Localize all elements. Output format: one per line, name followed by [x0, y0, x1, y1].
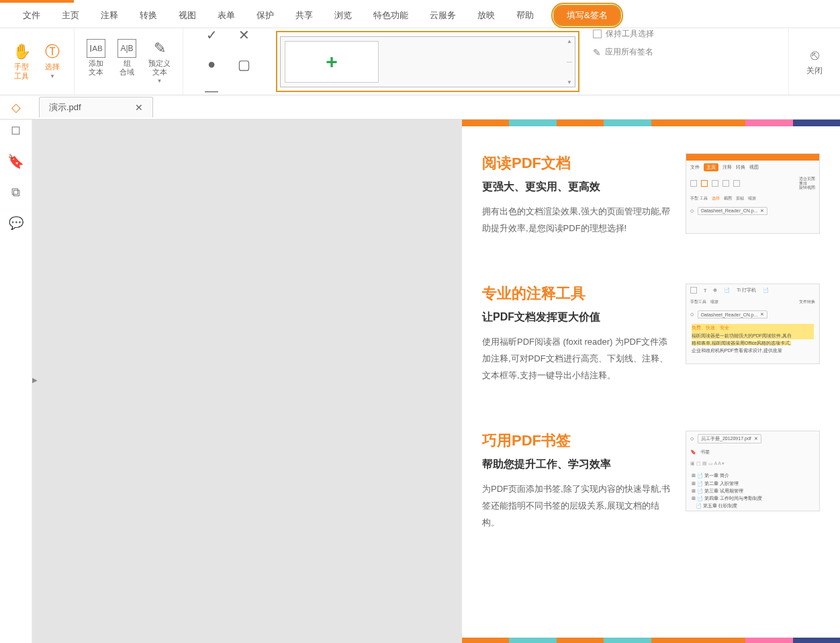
page-left-blank	[32, 120, 462, 643]
feature-block-annotate: 专业的注释工具 让PDF文档发挥更大价值 使用福昕PDF阅读器 (foxit r…	[462, 257, 840, 404]
annotate-icon[interactable]: ◇	[11, 101, 21, 114]
bookmark-icon[interactable]: ◻︎	[11, 122, 21, 137]
hand-icon: ✋	[12, 42, 31, 61]
scroll-up-icon[interactable]: ▲	[567, 38, 572, 44]
feature-thumbnail-read: 文件 主页 注释 转换 视图 适合页面 重排 旋转视图	[686, 153, 820, 234]
feature-body: 使用福昕PDF阅读器 (foxit reader) 为PDF文件添加注释,可对P…	[482, 334, 672, 384]
feature-subtitle: 让PDF文档发挥更大价值	[482, 310, 672, 325]
feature-title: 巧用PDF书签	[482, 431, 672, 451]
feature-title: 阅读PDF文档	[482, 153, 672, 173]
close-tab-icon[interactable]: ✕	[135, 102, 143, 113]
menu-bar: 文件 主页 注释 转换 视图 表单 保护 共享 浏览 特色功能 云服务 放映 帮…	[0, 3, 840, 28]
document-viewport[interactable]: 阅读PDF文档 更强大、更实用、更高效 拥有出色的文档渲染效果,强大的页面管理功…	[32, 120, 840, 643]
menu-file[interactable]: 文件	[13, 5, 50, 26]
document-tab[interactable]: 演示.pdf ✕	[39, 97, 153, 118]
feature-body: 拥有出色的文档渲染效果,强大的页面管理功能,帮助提升效率,是您阅读PDF的理想选…	[482, 204, 672, 237]
tool-hand[interactable]: ✋ 手型 工具	[8, 40, 35, 83]
feature-thumbnail-annotate: T⊕📄Ti 打字机📄 手型工具缩放文件转换 ◇Datasheet_Reader_…	[686, 284, 820, 364]
mark-rect-icon[interactable]: ▢	[234, 55, 253, 74]
opt-keep-tool[interactable]: 保持工具选择	[593, 28, 654, 40]
combo-field-icon: A|B	[118, 39, 136, 58]
page-right-content: 阅读PDF文档 更强大、更实用、更高效 拥有出色的文档渲染效果,强大的页面管理功…	[462, 120, 840, 643]
ribbon-toolbar: ✋ 手型 工具 Ⓣ 选择 ▼ IAB 添加 文本 A|B 组 合域 ✎ 预定义 …	[0, 28, 840, 95]
plus-icon: +	[326, 50, 338, 73]
chevron-down-icon: ▼	[157, 78, 162, 84]
opt-apply-all[interactable]: ✎ 应用所有签名	[593, 46, 654, 58]
menu-slideshow[interactable]: 放映	[468, 5, 504, 26]
feature-title: 专业的注释工具	[482, 284, 672, 304]
menu-home[interactable]: 主页	[52, 5, 89, 26]
bookmark-ribbon-icon[interactable]: 🔖	[7, 153, 24, 169]
add-signature-button[interactable]: +	[285, 41, 379, 83]
scroll-mid-icon: —	[567, 58, 572, 65]
menu-fill-sign-highlight: 填写&签名	[551, 3, 623, 28]
signature-gallery: + ▲ — ▼	[280, 36, 575, 87]
tool-add-text[interactable]: IAB 添加 文本	[83, 36, 109, 87]
expand-handle-icon[interactable]: ▶	[32, 376, 38, 384]
menu-comment[interactable]: 注释	[91, 5, 128, 26]
signature-gallery-highlight: + ▲ — ▼	[276, 31, 579, 92]
menu-help[interactable]: 帮助	[507, 5, 543, 26]
page-header-colorbar	[462, 120, 840, 126]
feature-subtitle: 更强大、更实用、更高效	[482, 180, 672, 194]
menu-convert[interactable]: 转换	[130, 5, 167, 26]
menu-browse[interactable]: 浏览	[325, 5, 361, 26]
menu-fill-sign[interactable]: 填写&签名	[553, 5, 621, 26]
tool-combo-field[interactable]: A|B 组 合域	[113, 36, 140, 87]
mark-line-icon[interactable]: —	[202, 82, 221, 101]
signature-scroll[interactable]: ▲ — ▼	[564, 37, 575, 87]
menu-cloud[interactable]: 云服务	[420, 5, 465, 26]
feature-block-bookmark: 巧用PDF书签 帮助您提升工作、学习效率 为PDF页面添加书签,除了实现内容的快…	[462, 404, 840, 551]
page-footer-colorbar	[462, 638, 840, 643]
apply-sign-icon: ✎	[593, 47, 601, 58]
tool-select[interactable]: Ⓣ 选择 ▼	[39, 40, 66, 83]
tool-predefined-text[interactable]: ✎ 预定义 文本 ▼	[144, 36, 175, 87]
mark-dot-icon[interactable]: ●	[202, 55, 221, 74]
mark-check-icon[interactable]: ✓	[202, 26, 221, 44]
feature-thumbnail-bookmark: ◇员工手册_20120917.pdf✕ 🔖书签 ▣ ▢ ▤ ▭ A A ▾ ⊞ …	[686, 431, 820, 511]
menu-share[interactable]: 共享	[286, 5, 322, 26]
exit-icon: ⎋	[810, 46, 819, 64]
document-tab-bar: ◇ 演示.pdf ✕	[0, 95, 840, 120]
side-panel-rail: ◻︎ 🔖 ⧉ 💬	[0, 120, 32, 643]
feature-subtitle: 帮助您提升工作、学习效率	[482, 458, 672, 472]
mark-x-icon[interactable]: ✕	[234, 26, 253, 44]
pages-icon[interactable]: ⧉	[11, 185, 20, 200]
comments-icon[interactable]: 💬	[9, 216, 24, 230]
feature-body: 为PDF页面添加书签,除了实现内容的快速导航,书签还能指明不同书签的层级关系,展…	[482, 481, 672, 531]
ribbon-close-button[interactable]: ⎋ 关闭	[802, 44, 827, 79]
checkbox-icon[interactable]	[593, 30, 602, 38]
chevron-down-icon: ▼	[50, 73, 55, 79]
predefined-text-icon: ✎	[150, 39, 169, 58]
tab-title: 演示.pdf	[49, 101, 81, 114]
scroll-down-icon[interactable]: ▼	[567, 79, 572, 85]
add-text-icon: IAB	[87, 39, 105, 58]
text-cursor-icon: Ⓣ	[43, 42, 62, 61]
feature-block-read: 阅读PDF文档 更强大、更实用、更高效 拥有出色的文档渲染效果,强大的页面管理功…	[462, 126, 840, 257]
menu-features[interactable]: 特色功能	[364, 5, 418, 26]
